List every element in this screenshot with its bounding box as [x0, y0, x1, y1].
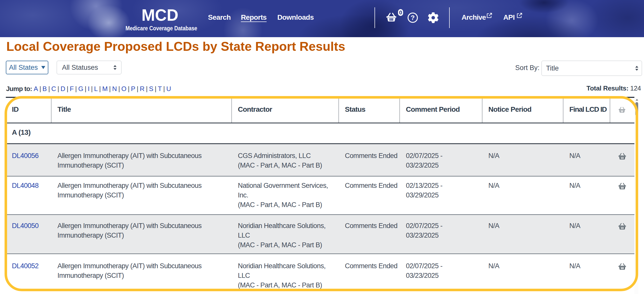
svg-text:?: ?: [411, 14, 415, 21]
